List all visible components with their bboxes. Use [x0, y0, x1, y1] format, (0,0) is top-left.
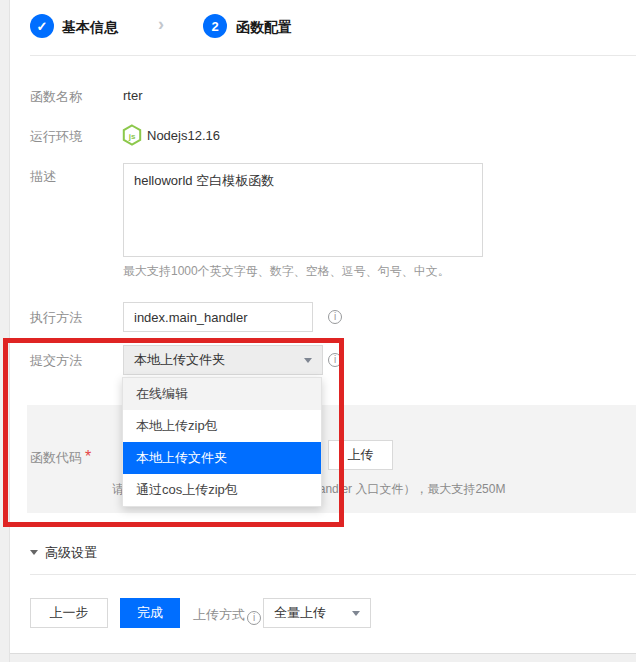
upload-mode-selected-value: 全量上传 — [274, 604, 326, 622]
check-icon: ✓ — [37, 19, 48, 34]
required-asterisk: * — [85, 448, 91, 465]
execution-method-input[interactable] — [123, 302, 313, 332]
runtime-value: Nodejs12.16 — [147, 128, 220, 143]
upload-mode-info-icon[interactable]: i — [247, 611, 261, 625]
chevron-down-icon — [304, 358, 312, 363]
dropdown-option-online-edit[interactable]: 在线编辑 — [123, 378, 321, 410]
submit-method-dropdown: 在线编辑 本地上传zip包 本地上传文件夹 通过cos上传zip包 — [122, 377, 322, 507]
description-label: 描述 — [30, 168, 56, 186]
page-left-gutter — [0, 0, 10, 662]
step1-label: 基本信息 — [62, 19, 118, 37]
chevron-down-icon — [352, 611, 360, 616]
advanced-settings-toggle[interactable]: 高级设置 — [30, 543, 97, 562]
function-name-value: rter — [123, 88, 143, 103]
dropdown-option-local-folder[interactable]: 本地上传文件夹 — [123, 442, 321, 474]
dropdown-option-cos-zip[interactable]: 通过cos上传zip包 — [123, 474, 321, 506]
function-code-label: 函数代码* — [30, 448, 91, 467]
runtime-label: 运行环境 — [30, 128, 82, 146]
previous-step-button[interactable]: 上一步 — [30, 598, 108, 628]
step1-done-icon: ✓ — [30, 14, 54, 38]
submit-method-select[interactable]: 本地上传文件夹 — [123, 345, 323, 375]
execution-method-info-icon[interactable]: i — [328, 310, 342, 324]
page-bottom-gutter — [10, 653, 636, 662]
step2-number: 2 — [211, 19, 218, 34]
nodejs-icon-text: js — [128, 132, 136, 141]
nodejs-icon: js — [122, 124, 142, 146]
upload-mode-label: 上传方式 — [193, 607, 245, 622]
description-textarea[interactable]: helloworld 空白模板函数 — [123, 163, 483, 257]
submit-method-label: 提交方法 — [30, 352, 82, 370]
submit-method-selected-value: 本地上传文件夹 — [134, 351, 225, 369]
finish-button[interactable]: 完成 — [120, 598, 180, 628]
function-name-label: 函数名称 — [30, 88, 82, 106]
step2-label: 函数配置 — [236, 19, 292, 37]
execution-method-label: 执行方法 — [30, 309, 82, 327]
upload-button[interactable]: 上传 — [328, 440, 393, 470]
function-config-page: ✓ 基本信息 › 2 函数配置 函数名称 rter 运行环境 js Nodejs… — [0, 0, 636, 662]
footer-divider — [30, 574, 636, 575]
dropdown-option-local-zip[interactable]: 本地上传zip包 — [123, 410, 321, 442]
description-helper: 最大支持1000个英文字母、数字、空格、逗号、句号、中文。 — [123, 263, 450, 280]
upload-mode-label-group: 上传方式i — [193, 605, 261, 625]
chevron-right-icon: › — [158, 14, 164, 35]
header-divider — [30, 55, 636, 56]
submit-method-info-icon[interactable]: i — [328, 353, 342, 367]
step2-badge: 2 — [203, 14, 227, 38]
upload-mode-select[interactable]: 全量上传 — [263, 598, 371, 628]
triangle-down-icon — [30, 550, 38, 555]
